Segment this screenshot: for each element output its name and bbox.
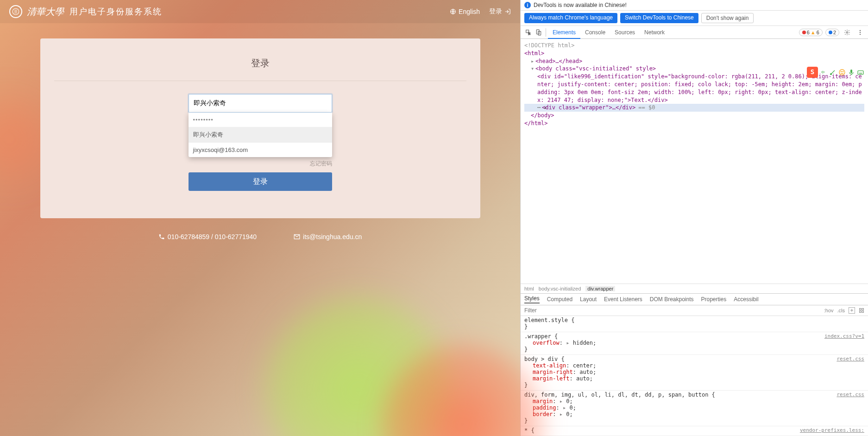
- tab-sources[interactable]: Sources: [610, 26, 640, 39]
- inspect-icon[interactable]: [523, 27, 534, 38]
- error-badge[interactable]: 6 ▲6: [799, 29, 823, 36]
- subtab-computed[interactable]: Computed: [547, 296, 572, 303]
- language-toggle[interactable]: English: [450, 8, 480, 15]
- login-form: •••••••• 即兴小索奇 jixyxcsoqi@163.com 忘记密码 登…: [189, 94, 332, 191]
- banner-always-button[interactable]: Always match Chrome's language: [524, 13, 617, 23]
- svg-rect-18: [860, 311, 862, 313]
- subtab-access[interactable]: Accessibil: [734, 296, 758, 303]
- style-block[interactable]: * {vendor-prefixes.less:: [521, 426, 868, 436]
- system-title: 用户电子身份服务系统: [69, 6, 162, 17]
- svg-text:中: 中: [821, 70, 825, 75]
- styles-tabs: Styles Computed Layout Event Listeners D…: [521, 293, 868, 305]
- subtab-props[interactable]: Properties: [701, 296, 727, 303]
- svg-point-8: [860, 33, 861, 34]
- banner-dismiss-button[interactable]: Don't show again: [701, 13, 754, 23]
- styles-pane[interactable]: element.style { } .wrapper {index.css?v=…: [521, 316, 868, 436]
- devtools-panel: i DevTools is now available in Chinese! …: [520, 0, 868, 436]
- svg-point-6: [860, 30, 861, 31]
- ext-keyboard-icon[interactable]: [857, 69, 864, 76]
- dom-wrapper: <div class="wrapper">…</div>: [542, 104, 635, 111]
- tab-elements[interactable]: Elements: [548, 26, 580, 39]
- sogou-ime-icon[interactable]: S: [807, 67, 818, 78]
- devtools-banner-actions: Always match Chrome's language Switch De…: [521, 11, 868, 26]
- email-icon: [294, 234, 300, 240]
- svg-rect-19: [862, 311, 864, 313]
- svg-rect-16: [860, 309, 862, 310]
- tab-network[interactable]: Network: [640, 26, 669, 39]
- banner-switch-button[interactable]: Switch DevTools to Chinese: [620, 13, 698, 23]
- device-toggle-icon[interactable]: [534, 27, 544, 38]
- autofill-item-selected[interactable]: 即兴小索奇: [189, 127, 332, 143]
- svg-point-13: [843, 71, 843, 72]
- brand-name: 清華大學: [27, 6, 64, 18]
- dom-body-close[interactable]: </body>: [531, 112, 554, 119]
- dom-selected-row[interactable]: ⋯ ▸<div class="wrapper">…</div>== $0: [524, 104, 864, 112]
- svg-point-5: [846, 32, 848, 33]
- crumb-wrapper[interactable]: div.wrapper: [585, 286, 615, 291]
- footer-phone: 010-62784859 / 010-62771940: [158, 233, 257, 240]
- ext-zh-icon[interactable]: 中: [820, 69, 827, 76]
- autofill-dropdown: •••••••• 即兴小索奇 jixyxcsoqi@163.com: [189, 113, 332, 157]
- svg-point-12: [841, 71, 841, 72]
- cls-toggle[interactable]: .cls: [837, 308, 845, 313]
- autofill-item-password[interactable]: ••••••••: [189, 113, 332, 127]
- subtab-layout[interactable]: Layout: [580, 296, 597, 303]
- dom-breadcrumb: html body.vsc-initialized div.wrapper: [521, 284, 868, 293]
- app-page: 清華大學 用户电子身份服务系统 English 登录 登录 ••••••••: [0, 0, 520, 436]
- dom-doctype[interactable]: <!DOCTYPE html>: [524, 42, 864, 50]
- more-icon[interactable]: [855, 27, 865, 38]
- globe-icon: [450, 8, 456, 15]
- dom-head[interactable]: <head>…</head>: [535, 58, 582, 64]
- subtab-styles[interactable]: Styles: [524, 295, 540, 303]
- svg-point-7: [860, 32, 861, 32]
- info-icon: i: [524, 2, 531, 8]
- banner-text: DevTools is now available in Chinese!: [534, 2, 627, 8]
- login-submit-button[interactable]: 登录: [189, 172, 332, 191]
- style-block[interactable]: element.style { }: [521, 316, 868, 332]
- dom-html-open[interactable]: <html>: [524, 50, 544, 57]
- svg-rect-15: [858, 71, 863, 75]
- topbar: 清華大學 用户电子身份服务系统 English 登录: [0, 0, 520, 23]
- devtools-banner: i DevTools is now available in Chinese!: [521, 0, 868, 11]
- dom-body-open[interactable]: <body class="vsc-initialized" style>: [535, 65, 656, 72]
- more-styles-icon[interactable]: [859, 308, 864, 313]
- new-rule-button[interactable]: +: [849, 307, 855, 314]
- crumb-html[interactable]: html: [524, 286, 534, 291]
- username-input[interactable]: [189, 94, 332, 113]
- ext-dot-icon[interactable]: [829, 69, 837, 76]
- divider: [54, 81, 466, 81]
- styles-filter-input[interactable]: [524, 307, 820, 314]
- divider: [546, 28, 546, 37]
- crumb-body[interactable]: body.vsc-initialized: [539, 286, 581, 291]
- phone-text: 010-62784859 / 010-62771940: [168, 233, 257, 240]
- dom-tree[interactable]: <!DOCTYPE html> <html> ▸<head>…</head> ▾…: [521, 39, 868, 284]
- tab-console[interactable]: Console: [580, 26, 610, 39]
- subtab-dombp[interactable]: DOM Breakpoints: [650, 296, 694, 303]
- login-nav-label: 登录: [489, 7, 502, 16]
- style-block[interactable]: .wrapper {index.css?v=1 overflow: ▸ hidd…: [521, 332, 868, 355]
- footer: 010-62784859 / 010-62771940 its@tsinghua…: [0, 233, 520, 240]
- email-text: its@tsinghua.edu.cn: [303, 233, 362, 240]
- login-arrow-icon: [504, 8, 511, 15]
- hov-toggle[interactable]: :hov: [824, 308, 834, 313]
- issues-badge[interactable]: 2: [825, 29, 839, 36]
- style-block[interactable]: body > div {reset.css text-align: center…: [521, 355, 868, 391]
- forgot-password-link[interactable]: 忘记密码: [189, 160, 332, 168]
- panel-title: 登录: [40, 57, 480, 81]
- dom-html-close[interactable]: </html>: [524, 120, 548, 126]
- university-logo-icon: [9, 5, 22, 18]
- login-nav-link[interactable]: 登录: [489, 7, 511, 16]
- subtab-listeners[interactable]: Event Listeners: [604, 296, 642, 303]
- style-block[interactable]: div, form, img, ul, ol, li, dl, dt, dd, …: [521, 391, 868, 426]
- svg-rect-14: [850, 70, 852, 73]
- svg-point-11: [839, 70, 845, 75]
- devtools-tabs: Elements Console Sources Network 6 ▲6 2: [521, 26, 868, 39]
- ext-face-icon[interactable]: [838, 69, 846, 76]
- autofill-item-email[interactable]: jixyxcsoqi@163.com: [189, 143, 332, 157]
- svg-rect-17: [862, 309, 864, 310]
- settings-icon[interactable]: [842, 27, 852, 38]
- ext-mic-icon[interactable]: [848, 69, 855, 76]
- language-label: English: [459, 8, 480, 15]
- extension-overlay: S 中: [807, 67, 864, 78]
- footer-email: its@tsinghua.edu.cn: [294, 233, 362, 240]
